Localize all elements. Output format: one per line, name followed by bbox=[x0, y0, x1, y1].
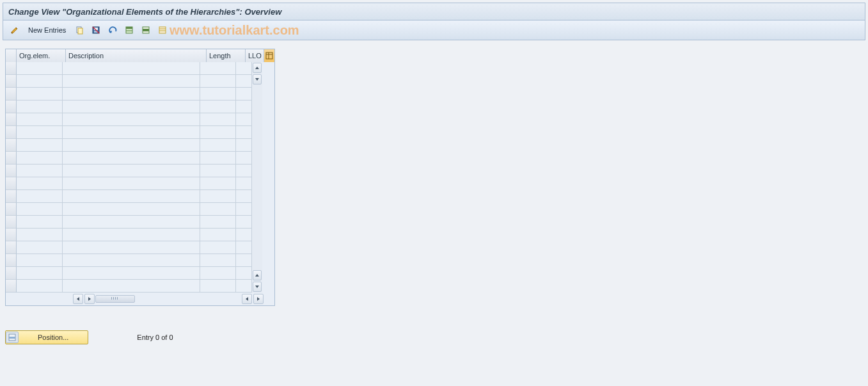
cell-description[interactable] bbox=[63, 101, 200, 113]
column-header-description[interactable]: Description bbox=[66, 49, 207, 62]
cell-org-elem[interactable] bbox=[17, 241, 63, 254]
cell-length[interactable] bbox=[200, 139, 236, 152]
cell-llo[interactable] bbox=[236, 165, 251, 177]
cell-description[interactable] bbox=[63, 229, 200, 241]
cell-llo[interactable] bbox=[236, 62, 251, 75]
cell-description[interactable] bbox=[63, 113, 200, 126]
scroll-up-button[interactable] bbox=[253, 63, 262, 73]
delete-button[interactable] bbox=[90, 24, 102, 36]
cell-llo[interactable] bbox=[236, 126, 251, 139]
cell-length[interactable] bbox=[200, 241, 236, 254]
row-selector[interactable] bbox=[6, 75, 17, 88]
select-all-button[interactable] bbox=[123, 24, 136, 36]
cell-org-elem[interactable] bbox=[17, 113, 63, 126]
cell-llo[interactable] bbox=[236, 75, 251, 88]
row-selector[interactable] bbox=[6, 254, 17, 267]
cell-length[interactable] bbox=[200, 101, 236, 113]
scroll-left-button[interactable] bbox=[73, 294, 83, 304]
change-display-button[interactable] bbox=[8, 24, 21, 36]
cell-llo[interactable] bbox=[236, 88, 251, 101]
cell-description[interactable] bbox=[63, 216, 200, 229]
cell-org-elem[interactable] bbox=[17, 190, 63, 203]
cell-org-elem[interactable] bbox=[17, 177, 63, 190]
cell-llo[interactable] bbox=[236, 229, 251, 241]
cell-org-elem[interactable] bbox=[17, 203, 63, 216]
cell-description[interactable] bbox=[63, 75, 200, 88]
cell-length[interactable] bbox=[200, 203, 236, 216]
cell-length[interactable] bbox=[200, 152, 236, 165]
row-selector[interactable] bbox=[6, 280, 17, 293]
cell-org-elem[interactable] bbox=[17, 165, 63, 177]
cell-length[interactable] bbox=[200, 280, 236, 293]
cell-description[interactable] bbox=[63, 203, 200, 216]
row-selector[interactable] bbox=[6, 62, 17, 75]
row-selector[interactable] bbox=[6, 88, 17, 101]
row-selector[interactable] bbox=[6, 113, 17, 126]
cell-description[interactable] bbox=[63, 139, 200, 152]
cell-org-elem[interactable] bbox=[17, 126, 63, 139]
cell-org-elem[interactable] bbox=[17, 254, 63, 267]
row-selector[interactable] bbox=[6, 139, 17, 152]
cell-llo[interactable] bbox=[236, 241, 251, 254]
cell-length[interactable] bbox=[200, 267, 236, 280]
cell-org-elem[interactable] bbox=[17, 216, 63, 229]
row-selector[interactable] bbox=[6, 190, 17, 203]
cell-llo[interactable] bbox=[236, 101, 251, 113]
cell-org-elem[interactable] bbox=[17, 62, 63, 75]
cell-org-elem[interactable] bbox=[17, 267, 63, 280]
cell-length[interactable] bbox=[200, 62, 236, 75]
cell-org-elem[interactable] bbox=[17, 229, 63, 241]
cell-llo[interactable] bbox=[236, 216, 251, 229]
cell-description[interactable] bbox=[63, 177, 200, 190]
cell-llo[interactable] bbox=[236, 152, 251, 165]
row-selector[interactable] bbox=[6, 101, 17, 113]
select-block-button[interactable] bbox=[139, 24, 152, 36]
column-header-org-elem[interactable]: Org.elem. bbox=[17, 49, 66, 62]
cell-length[interactable] bbox=[200, 113, 236, 126]
row-selector[interactable] bbox=[6, 177, 17, 190]
row-selector[interactable] bbox=[6, 241, 17, 254]
cell-llo[interactable] bbox=[236, 113, 251, 126]
new-entries-button[interactable]: New Entries bbox=[25, 24, 69, 36]
horizontal-scrollbar[interactable] bbox=[6, 293, 274, 305]
cell-description[interactable] bbox=[63, 88, 200, 101]
cell-description[interactable] bbox=[63, 241, 200, 254]
row-selector[interactable] bbox=[6, 216, 17, 229]
vertical-scroll-track[interactable] bbox=[252, 85, 262, 269]
undo-button[interactable] bbox=[106, 24, 119, 36]
cell-description[interactable] bbox=[63, 267, 200, 280]
select-all-rows-corner[interactable] bbox=[6, 49, 17, 62]
cell-llo[interactable] bbox=[236, 139, 251, 152]
cell-org-elem[interactable] bbox=[17, 101, 63, 113]
cell-llo[interactable] bbox=[236, 280, 251, 293]
cell-length[interactable] bbox=[200, 216, 236, 229]
row-selector[interactable] bbox=[6, 267, 17, 280]
cell-length[interactable] bbox=[200, 190, 236, 203]
scroll-left-step-button[interactable] bbox=[242, 294, 252, 304]
row-selector[interactable] bbox=[6, 126, 17, 139]
vertical-scrollbar[interactable] bbox=[251, 62, 262, 293]
cell-length[interactable] bbox=[200, 229, 236, 241]
cell-description[interactable] bbox=[63, 152, 200, 165]
cell-llo[interactable] bbox=[236, 190, 251, 203]
cell-length[interactable] bbox=[200, 177, 236, 190]
position-button[interactable]: Position... bbox=[5, 330, 88, 344]
cell-org-elem[interactable] bbox=[17, 88, 63, 101]
cell-llo[interactable] bbox=[236, 254, 251, 267]
column-header-length[interactable]: Length bbox=[207, 49, 246, 62]
table-settings-button[interactable] bbox=[264, 49, 274, 62]
horizontal-scroll-thumb[interactable] bbox=[95, 295, 135, 303]
cell-org-elem[interactable] bbox=[17, 75, 63, 88]
cell-description[interactable] bbox=[63, 126, 200, 139]
cell-length[interactable] bbox=[200, 254, 236, 267]
scroll-right-step-button[interactable] bbox=[84, 294, 95, 304]
cell-llo[interactable] bbox=[236, 203, 251, 216]
cell-length[interactable] bbox=[200, 75, 236, 88]
cell-description[interactable] bbox=[63, 62, 200, 75]
cell-llo[interactable] bbox=[236, 177, 251, 190]
cell-description[interactable] bbox=[63, 280, 200, 293]
cell-description[interactable] bbox=[63, 190, 200, 203]
cell-length[interactable] bbox=[200, 88, 236, 101]
cell-description[interactable] bbox=[63, 254, 200, 267]
cell-org-elem[interactable] bbox=[17, 152, 63, 165]
